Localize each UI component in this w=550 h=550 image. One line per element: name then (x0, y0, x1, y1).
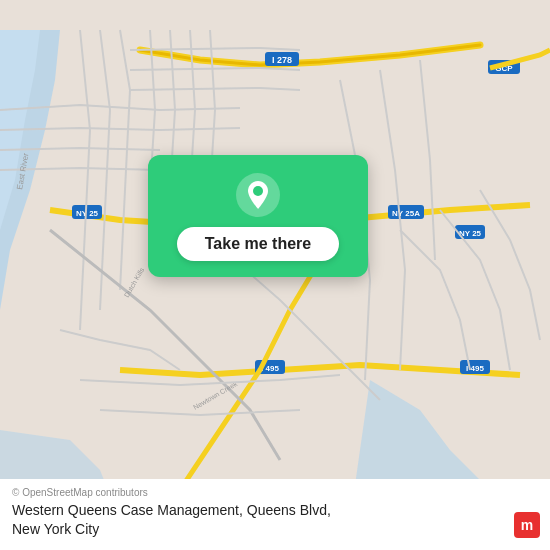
svg-text:NY 25A: NY 25A (392, 209, 420, 218)
location-name: Western Queens Case Management, Queens B… (12, 501, 538, 540)
svg-text:I 278: I 278 (272, 55, 292, 65)
take-me-there-button[interactable]: Take me there (177, 227, 339, 261)
bottom-bar: © OpenStreetMap contributors Western Que… (0, 479, 550, 550)
location-card: Take me there (148, 155, 368, 277)
moovit-icon: m (514, 512, 540, 538)
svg-text:NY 25: NY 25 (76, 209, 99, 218)
map-pin-icon (236, 173, 280, 217)
moovit-logo: m (514, 512, 540, 538)
copyright-text: © OpenStreetMap contributors (12, 487, 538, 498)
map-container: I 278 NY 25 NY 25A NY 25 GCP I 495 I 495 (0, 0, 550, 550)
svg-point-21 (253, 186, 263, 196)
